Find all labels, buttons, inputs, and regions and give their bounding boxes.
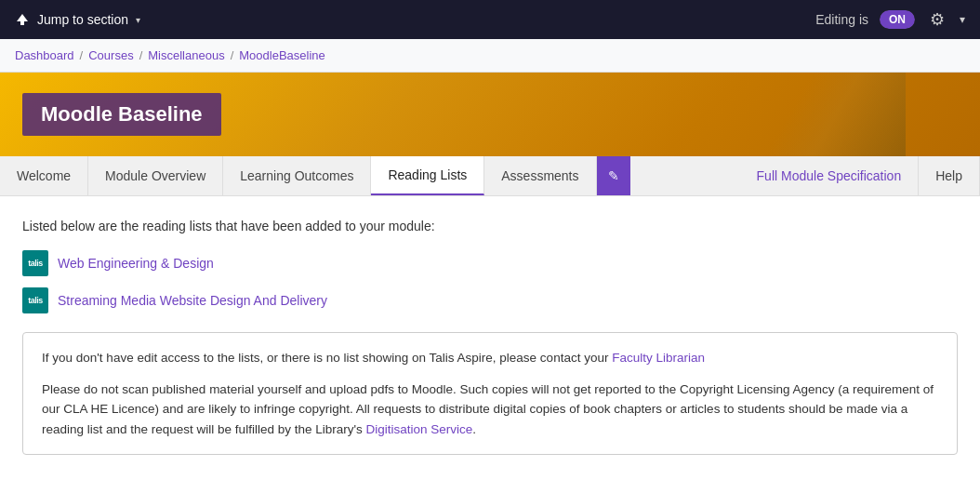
tab-edit-button[interactable]: ✎ [597,156,630,195]
talis-icon-text-2: talis [28,296,43,305]
jump-label: Jump to section [37,12,128,27]
breadcrumb-courses[interactable]: Courses [88,48,133,62]
breadcrumb-current: MoodleBaseline [239,48,325,62]
tab-welcome[interactable]: Welcome [0,156,88,195]
info-para-1: If you don't have edit access to the lis… [42,348,938,368]
top-bar-right: Editing is ON ⚙ ▾ [815,6,965,33]
talis-icon-1: talis [22,250,48,276]
talis-icon-2: talis [22,287,48,313]
main-content: Listed below are the reading lists that … [0,196,980,477]
tab-full-module-spec[interactable]: Full Module Specification [740,156,920,195]
tab-spacer [630,156,740,195]
breadcrumb-miscellaneous[interactable]: Miscellaneous [148,48,224,62]
content-description: Listed below are the reading lists that … [22,219,958,233]
svg-marker-0 [17,14,28,25]
tab-navigation: Welcome Module Overview Learning Outcome… [0,156,980,196]
info-para-2-end: . [472,422,476,436]
info-para-2-text: Please do not scan published material yo… [42,382,934,436]
breadcrumb-dashboard[interactable]: Dashboard [15,48,74,62]
reading-list-link-1[interactable]: Web Engineering & Design [58,256,214,271]
tab-learning-outcomes[interactable]: Learning Outcomes [223,156,371,195]
talis-icon-text-1: talis [28,259,43,268]
tab-reading-lists[interactable]: Reading Lists [371,156,484,195]
list-item[interactable]: talis Streaming Media Website Design And… [22,287,958,313]
tab-assessments[interactable]: Assessments [484,156,596,195]
info-box: If you don't have edit access to the lis… [22,332,958,455]
tab-module-overview[interactable]: Module Overview [88,156,223,195]
info-para-1-before: If you don't have edit access to the lis… [42,351,612,365]
editing-label: Editing is [815,12,868,27]
faculty-librarian-link[interactable]: Faculty Librarian [612,351,705,365]
breadcrumb-sep-2: / [139,48,143,62]
chevron-down-icon: ▾ [136,15,140,25]
page-title: Moodle Baseline [22,93,221,136]
arrow-up-icon [15,12,30,27]
digitisation-service-link[interactable]: Digitisation Service [366,422,473,436]
breadcrumb-sep-1: / [80,48,84,62]
jump-to-section[interactable]: Jump to section ▾ [15,12,140,27]
toggle-on-label: ON [880,10,915,29]
hero-banner: Moodle Baseline [0,73,980,156]
breadcrumb: Dashboard / Courses / Miscellaneous / Mo… [0,39,980,73]
breadcrumb-sep-3: / [231,48,234,62]
editing-toggle[interactable]: ON [880,10,915,29]
tab-help[interactable]: Help [919,156,980,195]
info-para-2: Please do not scan published material yo… [42,380,938,440]
settings-button[interactable]: ⚙ [926,6,948,33]
list-item[interactable]: talis Web Engineering & Design [22,250,958,276]
edit-pencil-icon: ✎ [608,168,619,183]
reading-list-link-2[interactable]: Streaming Media Website Design And Deliv… [58,293,327,308]
top-bar: Jump to section ▾ Editing is ON ⚙ ▾ [0,0,980,39]
settings-caret-icon[interactable]: ▾ [960,13,965,26]
